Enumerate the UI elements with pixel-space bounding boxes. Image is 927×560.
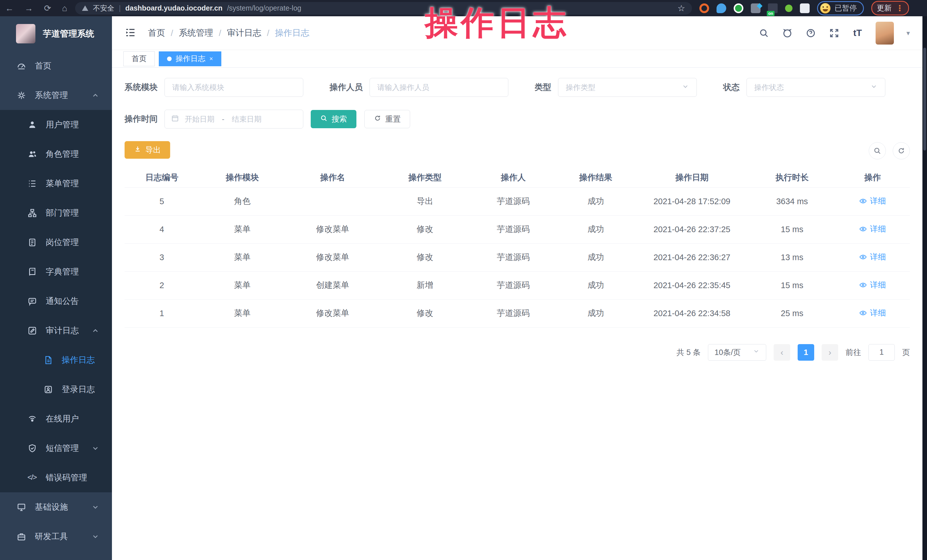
briefcase-icon <box>17 532 26 542</box>
breadcrumb-current: 操作日志 <box>275 27 309 39</box>
chevron-down-icon <box>870 83 878 92</box>
chevron-up-icon <box>91 91 99 99</box>
user-avatar[interactable] <box>875 22 894 44</box>
bookmark-star-icon[interactable]: ☆ <box>678 3 685 13</box>
paused-label: 已暂停 <box>834 3 857 13</box>
sidebar-item-notice[interactable]: 通知公告 <box>0 287 112 316</box>
detail-link[interactable]: 详细 <box>859 196 886 206</box>
detail-link[interactable]: 详细 <box>859 279 886 290</box>
breadcrumb-home[interactable]: 首页 <box>148 27 165 39</box>
filter-row-1: 系统模块 操作人员 类型 操作类型 <box>125 78 910 97</box>
detail-link[interactable]: 详细 <box>859 308 886 319</box>
sidebar-item-menu-management[interactable]: 菜单管理 <box>0 169 112 198</box>
table-toolbar: 导出 <box>125 129 910 159</box>
chevron-down-icon <box>91 503 99 511</box>
not-secure-icon <box>82 5 88 11</box>
next-page-button[interactable]: › <box>822 344 838 361</box>
current-page-button[interactable]: 1 <box>798 344 814 361</box>
search-icon[interactable] <box>758 28 769 39</box>
message-icon <box>27 296 37 306</box>
type-label: 类型 <box>535 82 551 93</box>
sidebar-item-dev-tools[interactable]: 研发工具 <box>0 522 112 551</box>
prev-page-button[interactable]: ‹ <box>774 344 790 361</box>
sidebar-item-audit-log[interactable]: 审计日志 <box>0 316 112 345</box>
forward-icon[interactable]: → <box>24 3 33 13</box>
tab-operate-log[interactable]: 操作日志 × <box>159 52 221 66</box>
toggle-search-button[interactable] <box>869 142 886 159</box>
update-label: 更新 <box>877 3 892 13</box>
sidebar-item-post-management[interactable]: 岗位管理 <box>0 228 112 257</box>
app-logo[interactable]: 芋道管理系统 <box>0 16 112 51</box>
extension-icon-switch[interactable]: on <box>768 3 778 13</box>
avatar-caret-icon[interactable]: ▾ <box>906 29 910 37</box>
sidebar-item-system-management[interactable]: 系统管理 <box>0 80 112 110</box>
reload-icon[interactable]: ⟳ <box>44 3 51 13</box>
sidebar-item-home[interactable]: 首页 <box>0 51 112 80</box>
date-range-picker[interactable]: 开始日期 - 结束日期 <box>164 110 303 129</box>
help-icon[interactable] <box>805 28 816 39</box>
time-label: 操作时间 <box>125 113 158 125</box>
close-tab-icon[interactable]: × <box>209 55 213 62</box>
profile-emoji-icon <box>820 3 830 14</box>
extensions-puzzle-icon[interactable] <box>800 3 810 13</box>
table-header-row: 日志编号 操作模块 操作名 操作类型 操作人 操作结果 操作日期 执行时长 操作 <box>125 168 910 187</box>
export-button[interactable]: 导出 <box>125 141 170 159</box>
browser-menu-icon[interactable]: ⋮ <box>896 3 904 13</box>
detail-link[interactable]: 详细 <box>859 224 886 234</box>
extension-icon-diamond[interactable] <box>751 3 760 13</box>
goto-label: 前往 <box>846 347 861 358</box>
font-size-icon[interactable]: tT <box>852 28 863 39</box>
dictionary-icon <box>27 267 37 277</box>
download-icon <box>134 145 141 155</box>
breadcrumb-system[interactable]: 系统管理 <box>179 27 213 39</box>
badge-icon <box>27 238 37 247</box>
home-icon[interactable]: ⌂ <box>62 3 67 13</box>
sidebar-item-infrastructure[interactable]: 基础设施 <box>0 492 112 522</box>
detail-link[interactable]: 详细 <box>859 252 886 263</box>
users-icon <box>27 149 37 159</box>
tab-home[interactable]: 首页 <box>123 52 155 66</box>
back-icon[interactable]: ← <box>5 3 14 13</box>
calendar-icon <box>171 114 179 124</box>
scrollbar-thumb[interactable] <box>923 48 926 150</box>
extension-icon-leaf[interactable] <box>785 5 792 12</box>
module-input[interactable] <box>164 78 303 97</box>
sidebar-item-online-users[interactable]: 在线用户 <box>0 404 112 434</box>
address-bar[interactable]: 不安全 | dashboard.yudao.iocoder.cn /system… <box>75 2 692 15</box>
collapse-sidebar-icon[interactable] <box>125 27 136 39</box>
logo-image <box>16 24 35 43</box>
scrollbar[interactable] <box>922 16 927 560</box>
dashboard-icon <box>17 61 26 71</box>
on-badge: on <box>767 11 775 16</box>
sidebar-item-dict-management[interactable]: 字典管理 <box>0 257 112 287</box>
refresh-icon <box>374 114 381 124</box>
search-button[interactable]: 搜索 <box>311 110 356 128</box>
online-users-icon <box>27 414 37 424</box>
org-tree-icon <box>27 208 37 218</box>
sidebar-item-login-log[interactable]: 登录日志 <box>0 375 112 404</box>
reset-button[interactable]: 重置 <box>365 110 410 128</box>
type-select[interactable]: 操作类型 <box>558 78 697 97</box>
profile-paused-chip[interactable]: 已暂停 <box>817 1 864 15</box>
fullscreen-icon[interactable] <box>829 28 840 39</box>
content: 系统模块 操作人员 类型 操作类型 <box>112 68 922 560</box>
sidebar-item-sms-management[interactable]: 短信管理 <box>0 434 112 463</box>
refresh-table-button[interactable] <box>893 142 910 159</box>
sidebar-item-errcode-management[interactable]: </> 错误码管理 <box>0 463 112 492</box>
extension-icon-pin[interactable] <box>717 3 726 13</box>
status-select[interactable]: 操作状态 <box>746 78 885 97</box>
breadcrumb-audit[interactable]: 审计日志 <box>227 27 261 39</box>
annotation-text: 操作日志 <box>425 1 569 45</box>
github-icon[interactable] <box>782 28 793 39</box>
sidebar-item-role-management[interactable]: 角色管理 <box>0 140 112 169</box>
goto-page-input[interactable] <box>868 344 895 361</box>
sidebar-item-department-management[interactable]: 部门管理 <box>0 198 112 228</box>
extension-icon-green[interactable] <box>734 3 743 13</box>
operator-input[interactable] <box>369 78 508 97</box>
sidebar-item-user-management[interactable]: 用户管理 <box>0 110 112 140</box>
page-size-select[interactable]: 10条/页 <box>708 344 766 361</box>
extension-icon-orange[interactable] <box>699 3 709 13</box>
sidebar-item-operate-log[interactable]: 操作日志 <box>0 345 112 375</box>
table-row: 2菜单创建菜单新增芋道源码成功2021-04-26 22:35:4515 ms … <box>125 271 910 299</box>
browser-update-button[interactable]: 更新 ⋮ <box>871 1 909 15</box>
